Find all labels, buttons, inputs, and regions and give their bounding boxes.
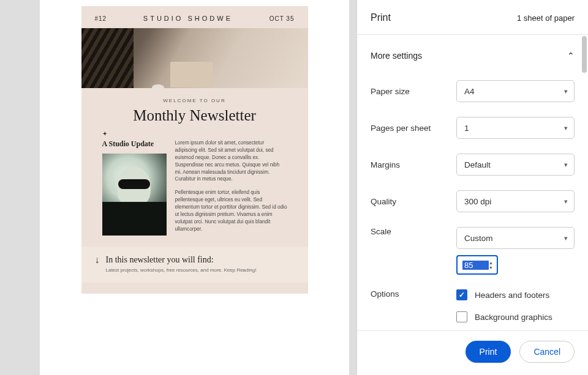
caret-down-icon: ▾ — [564, 161, 568, 169]
cancel-button[interactable]: Cancel — [519, 341, 575, 363]
options-label: Options — [371, 289, 456, 299]
margins-label: Margins — [371, 160, 456, 169]
caret-down-icon: ▾ — [564, 87, 568, 95]
spinner-down-icon[interactable]: ▼ — [489, 265, 493, 270]
scale-number-value: 85 — [462, 261, 489, 270]
more-settings-toggle[interactable]: More settings ⌃ — [371, 35, 575, 73]
quality-value: 300 dpi — [464, 197, 491, 206]
arrow-down-icon: ↓ — [95, 255, 100, 265]
chevron-up-icon: ⌃ — [567, 51, 575, 61]
scrollbar[interactable] — [582, 36, 587, 73]
headers-footers-checkbox[interactable]: Headers and footers — [456, 289, 575, 300]
print-panel: Print 1 sheet of paper More settings ⌃ P… — [356, 0, 588, 375]
welcome-text: WELCOME TO OUR — [102, 98, 287, 103]
issue-number: #12 — [95, 15, 107, 22]
section-subhead: A Studio Update — [102, 139, 167, 149]
quality-select[interactable]: 300 dpi ▾ — [456, 190, 575, 212]
newsletter-headline: Monthly Newsletter — [102, 107, 287, 124]
scale-label: Scale — [371, 227, 456, 236]
caret-down-icon: ▾ — [564, 124, 568, 132]
newsletter-document: #12 STUDIO SHODWE OCT 35 WELCOME TO OUR … — [81, 6, 308, 294]
checkbox-unchecked-icon — [456, 311, 467, 322]
margins-select[interactable]: Default ▾ — [456, 154, 575, 176]
brand-name: STUDIO SHODWE — [143, 15, 233, 22]
background-graphics-checkbox[interactable]: Background graphics — [456, 311, 575, 322]
scale-number-input[interactable]: 85 ▲ ▼ — [456, 255, 498, 275]
spinner-up-icon[interactable]: ▲ — [489, 261, 493, 265]
scale-value: Custom — [464, 234, 493, 243]
headers-footers-label: Headers and footers — [475, 291, 549, 300]
caret-down-icon: ▾ — [564, 234, 568, 242]
preview-page: #12 STUDIO SHODWE OCT 35 WELCOME TO OUR … — [40, 0, 349, 375]
footer-subtitle: Latest projects, workshops, free resourc… — [106, 267, 257, 273]
margins-value: Default — [464, 160, 491, 169]
footer-title: In this newsletter you will find: — [106, 255, 257, 265]
issue-date: OCT 35 — [270, 15, 295, 22]
paper-size-value: A4 — [464, 87, 475, 96]
panel-title: Print — [371, 12, 391, 23]
sheet-count: 1 sheet of paper — [517, 13, 575, 23]
print-preview-area: #12 STUDIO SHODWE OCT 35 WELCOME TO OUR … — [0, 0, 356, 375]
checkbox-checked-icon — [456, 289, 467, 300]
print-button[interactable]: Print — [466, 341, 511, 363]
scale-spinner[interactable]: ▲ ▼ — [489, 261, 493, 270]
more-settings-label: More settings — [371, 51, 422, 61]
pages-per-sheet-select[interactable]: 1 ▾ — [456, 117, 575, 139]
paper-size-select[interactable]: A4 ▾ — [456, 80, 575, 102]
body-paragraph-2: Pellentesque enim tortor, eleifend quis … — [175, 189, 287, 232]
quality-label: Quality — [371, 197, 456, 206]
portrait-image — [102, 154, 167, 236]
body-paragraph-1: Lorem ipsum dolor sit amet, consectetur … — [175, 139, 287, 183]
background-graphics-label: Background graphics — [475, 313, 552, 322]
paper-size-label: Paper size — [371, 87, 456, 96]
pages-per-sheet-label: Pages per sheet — [371, 124, 456, 133]
pages-per-sheet-value: 1 — [464, 124, 469, 133]
sparkle-icon: ✦ — [102, 130, 287, 137]
scale-select[interactable]: Custom ▾ — [456, 227, 575, 249]
caret-down-icon: ▾ — [564, 198, 568, 206]
